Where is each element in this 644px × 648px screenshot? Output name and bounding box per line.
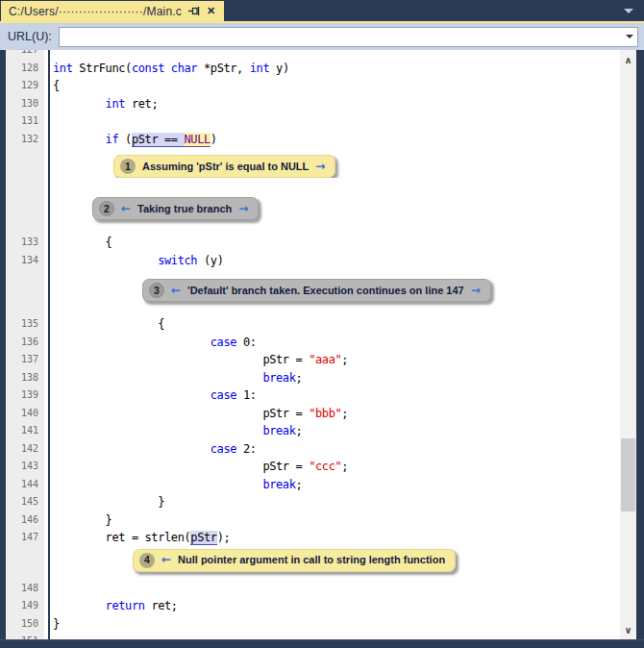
code-text[interactable]: ret = strlen(pStr); (52, 529, 620, 547)
url-bar: URL(U): (0, 23, 644, 50)
arrow-right-icon: → (471, 282, 481, 300)
code-segment-pl: pStr = (53, 353, 309, 366)
scroll-down-button[interactable]: ∨ (620, 622, 636, 637)
code-segment-pl (53, 97, 106, 111)
gutter-separator (44, 351, 52, 369)
pin-icon[interactable] (188, 6, 200, 16)
code-text[interactable]: int ret; (52, 95, 620, 113)
code-text[interactable]: pStr = "bbb"; (52, 405, 620, 423)
code-segment-pl: } (53, 513, 111, 527)
code-viewport[interactable]: 127128int StrFunc(const char *pStr, int … (6, 50, 620, 639)
code-text[interactable]: } (52, 615, 620, 634)
gutter-separator (44, 547, 52, 580)
code-line: 141 break; (6, 422, 620, 440)
bubble-step-badge: 3 (149, 283, 164, 298)
code-segment-pl: ; (341, 460, 348, 473)
code-segment-pl: } (53, 617, 60, 631)
code-segment-pl: ; (296, 478, 303, 491)
window-right-border (636, 50, 644, 639)
code-text[interactable]: pStr = "aaa"; (52, 351, 620, 369)
arrow-left-icon: ← (161, 551, 171, 569)
line-number (6, 178, 44, 234)
line-number: 150 (6, 615, 44, 634)
code-text[interactable] (52, 50, 620, 60)
line-number: 127 (6, 50, 44, 60)
code-text[interactable]: break; (52, 369, 620, 387)
code-text[interactable]: 1Assuming 'pStr' is equal to NULL→ (52, 148, 620, 178)
gutter-separator (44, 50, 52, 60)
tab-list-dropdown-icon[interactable] (624, 9, 633, 13)
gutter-separator (44, 60, 52, 78)
code-segment-pl: 0: (236, 336, 256, 349)
code-editor[interactable]: 127128int StrFunc(const char *pStr, int … (0, 50, 644, 639)
url-dropdown-button[interactable] (622, 28, 637, 46)
scroll-up-button[interactable]: ∧ (620, 52, 636, 67)
code-text[interactable]: { (52, 77, 620, 95)
code-segment-kw: break (262, 424, 295, 437)
code-text[interactable]: int StrFunc(const char *pStr, int y) (52, 60, 620, 78)
gutter-separator (44, 178, 52, 234)
code-text[interactable]: { (52, 234, 620, 252)
code-text[interactable]: case 1: (52, 386, 620, 405)
code-line: 144 break; (6, 476, 620, 494)
line-number: 142 (6, 440, 44, 459)
code-segment-pl: { (53, 236, 111, 249)
code-segment-pl: 1: (236, 388, 256, 402)
code-text[interactable]: break; (52, 422, 620, 440)
code-rows: 127128int StrFunc(const char *pStr, int … (6, 50, 620, 639)
code-segment-macro: NULL (185, 133, 211, 147)
code-text[interactable] (52, 112, 620, 131)
code-line: 128int StrFunc(const char *pStr, int y) (6, 60, 620, 78)
code-segment-pl (53, 336, 211, 349)
code-segment-pl: { (53, 317, 164, 331)
code-segment-pl: *pStr, (197, 62, 250, 75)
code-text[interactable]: case 2: (52, 440, 620, 459)
code-text[interactable]: 3←'Default' branch taken. Execution cont… (52, 269, 620, 315)
code-segment-kw: case (211, 442, 236, 456)
code-segment-kw: char (171, 62, 197, 75)
gutter-separator (44, 77, 52, 95)
document-tab[interactable]: C:/Users/·····················/Main.c ✕ (1, 1, 224, 21)
code-segment-str: "ccc" (309, 460, 341, 473)
window-bottom-border (0, 639, 644, 648)
code-text[interactable]: switch (y) (52, 252, 620, 270)
code-segment-pl: ( (118, 133, 132, 146)
code-text[interactable]: pStr = "ccc"; (52, 458, 620, 476)
vertical-scrollbar[interactable]: ∧ ∨ (620, 50, 636, 639)
line-number: 133 (6, 234, 44, 252)
line-number: 140 (6, 405, 44, 423)
code-text[interactable]: return ret; (52, 597, 620, 615)
code-text[interactable] (52, 580, 620, 598)
code-text[interactable]: 4←Null pointer argument in call to strin… (52, 547, 620, 580)
arrow-right-icon: → (238, 200, 248, 218)
code-text[interactable]: 2←Taking true branch→ (52, 178, 620, 234)
code-segment-kw: break (262, 371, 295, 385)
gutter-separator (44, 458, 52, 476)
gutter-separator (44, 529, 52, 547)
code-text[interactable]: if (pStr == NULL) (52, 131, 620, 149)
close-icon[interactable]: ✕ (207, 6, 215, 16)
code-text[interactable]: } (52, 511, 620, 530)
url-combobox[interactable] (59, 27, 638, 47)
gutter-separator (44, 386, 52, 405)
gutter-separator (44, 112, 52, 131)
code-line: 147 ret = strlen(pStr); (6, 529, 620, 547)
code-segment-pl: StrFunc( (72, 62, 131, 75)
code-text[interactable]: case 0: (52, 334, 620, 352)
code-text[interactable]: } (52, 493, 620, 511)
code-line: 150} (6, 615, 620, 634)
line-number: 141 (6, 422, 44, 440)
scrollbar-thumb[interactable] (621, 438, 635, 511)
code-text[interactable] (52, 633, 620, 639)
arrow-left-icon: ← (121, 200, 131, 218)
gutter-separator (44, 511, 52, 530)
code-segment-pl (53, 478, 262, 491)
code-text[interactable]: { (52, 315, 620, 334)
code-text[interactable]: break; (52, 476, 620, 494)
bubble-step-badge: 2 (99, 201, 114, 216)
analysis-bubble-row: 3←'Default' branch taken. Execution cont… (6, 269, 620, 315)
line-number: 129 (6, 77, 44, 95)
gutter-separator (44, 234, 52, 252)
line-number: 138 (6, 369, 44, 387)
url-input[interactable] (60, 28, 622, 46)
